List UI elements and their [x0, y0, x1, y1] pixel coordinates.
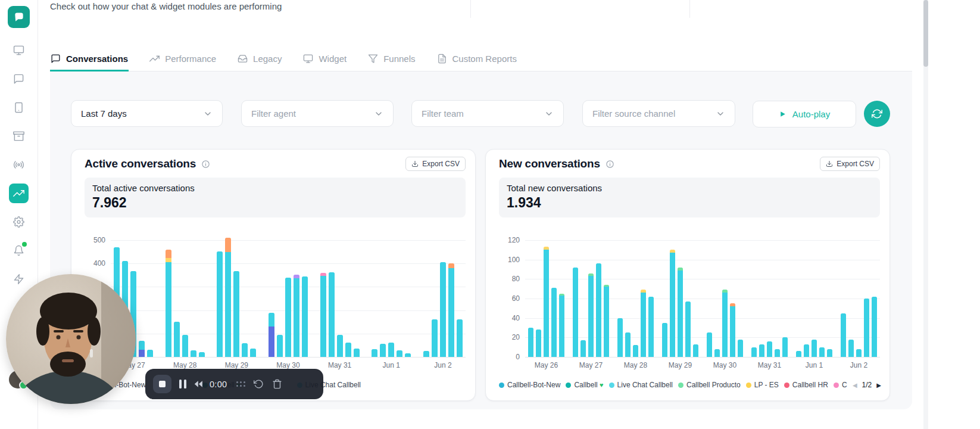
- total-label: Total active conversations: [92, 183, 458, 193]
- pagination-next-icon[interactable]: ▶: [876, 382, 881, 388]
- bar: [551, 288, 557, 357]
- scrollbar-thumb[interactable]: [923, 0, 928, 67]
- tab-widget[interactable]: Widget: [302, 48, 347, 72]
- x-axis-label: May 29: [669, 361, 692, 369]
- y-axis-label: 120: [508, 236, 520, 244]
- bar: [320, 273, 326, 357]
- active-conversations-chart: 0100200300400500May 27May 28May 29May 30…: [111, 240, 466, 357]
- bar: [233, 271, 239, 357]
- bar: [685, 301, 691, 357]
- trending-up-icon: [13, 188, 24, 199]
- export-csv-button[interactable]: Export CSV: [820, 157, 880, 171]
- info-icon[interactable]: [606, 160, 614, 169]
- legend-item[interactable]: LP - ES: [746, 381, 779, 389]
- info-icon[interactable]: [201, 160, 210, 169]
- bar: [759, 344, 764, 357]
- column-divider: [470, 0, 471, 18]
- bar: [848, 340, 854, 357]
- recorder-toolbar: 0:00: [145, 369, 323, 399]
- legend-item[interactable]: Callbell Producto: [678, 381, 741, 389]
- tab-legacy[interactable]: Legacy: [237, 48, 282, 72]
- drag-handle[interactable]: [236, 381, 245, 387]
- bar: [440, 262, 446, 357]
- bar: [678, 268, 683, 357]
- legend-item[interactable]: C: [834, 381, 847, 389]
- tab-conversations[interactable]: Conversations: [50, 48, 129, 72]
- legend-item[interactable]: Callbell-Bot-New: [499, 381, 560, 389]
- sidebar-item-integrations[interactable]: [9, 269, 29, 289]
- total-label: Total new conversations: [507, 183, 872, 193]
- filter-source-dropdown[interactable]: Filter source channel: [582, 100, 735, 127]
- app-logo[interactable]: [8, 6, 30, 28]
- recording-time: 0:00: [210, 380, 227, 389]
- x-axis-label: May 31: [328, 361, 351, 369]
- webcam-overlay[interactable]: [6, 274, 136, 404]
- bar: [166, 250, 171, 357]
- autoplay-button[interactable]: Auto-play: [753, 101, 856, 128]
- legend-dot: [678, 383, 683, 388]
- export-csv-label: Export CSV: [837, 160, 874, 168]
- bar: [625, 332, 631, 357]
- bar-group: May 28: [617, 240, 654, 357]
- sidebar-item-chats[interactable]: [9, 69, 29, 89]
- bar: [388, 343, 394, 357]
- stop-recording-button[interactable]: [153, 375, 171, 393]
- legend-dot: [784, 383, 789, 388]
- legend-item[interactable]: Callbell ♥: [566, 381, 603, 389]
- legend-item[interactable]: Live Chat Callbell: [609, 381, 673, 389]
- bar: [580, 340, 586, 357]
- chevron-down-icon: [716, 109, 725, 119]
- bar: [714, 349, 720, 357]
- tab-performance[interactable]: Performance: [149, 48, 217, 72]
- total-summary: Total active conversations 7.962: [85, 178, 466, 217]
- filter-team-dropdown[interactable]: Filter team: [411, 100, 564, 127]
- tab-custom-reports[interactable]: Custom Reports: [436, 48, 517, 72]
- bar: [285, 278, 291, 357]
- date-range-dropdown[interactable]: Last 7 days: [71, 100, 223, 127]
- chevron-down-icon: [203, 109, 213, 119]
- rewind-button[interactable]: [193, 379, 204, 389]
- x-axis-label: May 31: [758, 361, 781, 369]
- sidebar-item-settings[interactable]: [9, 212, 29, 232]
- bar: [856, 349, 862, 357]
- filter-team-placeholder: Filter team: [422, 108, 464, 119]
- bar: [544, 247, 549, 357]
- filter-source-placeholder: Filter source channel: [592, 108, 675, 119]
- bar: [329, 272, 335, 357]
- chevron-down-icon: [544, 109, 554, 119]
- rewind-icon: [193, 379, 204, 389]
- bar: [559, 294, 564, 357]
- bar-group: Jun 1: [796, 240, 832, 357]
- pagination-prev-icon[interactable]: ◀: [853, 382, 857, 388]
- sidebar-item-broadcast[interactable]: [9, 155, 29, 175]
- bar: [864, 299, 869, 357]
- sidebar-item-dashboard[interactable]: [9, 41, 29, 60]
- stop-icon: [159, 381, 166, 387]
- bar-group: Jun 2: [841, 240, 877, 357]
- restart-recording-button[interactable]: [254, 379, 264, 389]
- sidebar-item-notifications[interactable]: [9, 241, 29, 260]
- refresh-button[interactable]: [864, 101, 890, 127]
- legend-item[interactable]: Callbell HR: [784, 381, 828, 389]
- refresh-icon: [872, 108, 882, 119]
- export-csv-button[interactable]: Export CSV: [405, 157, 466, 171]
- card-title: New conversations: [499, 157, 600, 170]
- y-axis-label: 60: [512, 294, 520, 303]
- tab-label: Performance: [165, 54, 216, 64]
- sidebar-item-inbox[interactable]: [9, 126, 29, 146]
- tab-funnels[interactable]: Funnels: [367, 48, 416, 72]
- gridline: [111, 357, 466, 358]
- filter-agent-dropdown[interactable]: Filter agent: [241, 100, 394, 127]
- x-axis-label: May 26: [535, 361, 558, 369]
- sidebar-item-analytics[interactable]: [9, 184, 29, 203]
- bar: [588, 273, 594, 357]
- bar: [604, 285, 609, 357]
- x-axis-label: Jun 1: [806, 361, 823, 369]
- delete-recording-button[interactable]: [272, 379, 282, 389]
- sidebar-item-mobile[interactable]: [9, 98, 29, 117]
- x-axis-label: May 28: [624, 361, 647, 369]
- x-axis-label: May 27: [579, 361, 603, 369]
- notification-dot: [22, 242, 27, 247]
- bar-group: May 29: [662, 240, 698, 357]
- pause-button[interactable]: [179, 380, 186, 388]
